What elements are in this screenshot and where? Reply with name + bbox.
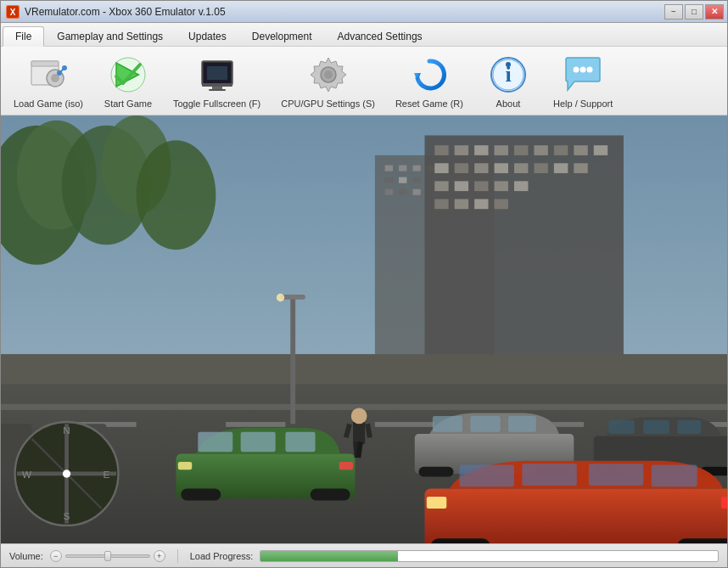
svg-rect-47 [574, 145, 587, 155]
svg-point-127 [63, 470, 70, 477]
svg-rect-58 [455, 181, 468, 191]
load-game-button[interactable]: Load Game (iso) [4, 50, 92, 115]
tab-advanced[interactable]: Advanced Settings [325, 25, 435, 46]
svg-rect-37 [399, 189, 406, 195]
svg-rect-53 [514, 163, 528, 173]
svg-rect-12 [202, 83, 232, 87]
volume-increase-button[interactable]: + [154, 550, 165, 562]
svg-text:S: S [64, 510, 70, 521]
fullscreen-icon [197, 54, 238, 95]
toolbar: Load Game (iso) Start Game [1, 47, 727, 115]
svg-rect-45 [534, 145, 547, 155]
start-game-label: Start Game [104, 98, 152, 109]
fullscreen-label: Toggle Fullscreen (F) [173, 98, 260, 109]
svg-rect-14 [209, 89, 226, 91]
window-title: VRemulator.com - Xbox 360 Emulator v.1.0… [25, 6, 226, 18]
svg-rect-101 [424, 489, 727, 543]
load-progress-label: Load Progress: [190, 551, 254, 561]
svg-rect-93 [470, 416, 500, 432]
about-icon: i [488, 54, 529, 95]
svg-point-24 [580, 67, 586, 73]
svg-rect-87 [178, 462, 192, 470]
svg-rect-36 [385, 189, 393, 195]
svg-rect-108 [427, 497, 446, 509]
volume-decrease-button[interactable]: − [50, 550, 62, 562]
reset-game-button[interactable]: Reset Game (R) [386, 50, 473, 115]
svg-rect-50 [455, 163, 468, 173]
menu-bar: File Gameplay and Settings Updates Devel… [1, 23, 727, 47]
svg-rect-48 [594, 145, 608, 155]
reset-icon [409, 54, 450, 95]
svg-rect-63 [455, 199, 468, 209]
svg-rect-85 [241, 432, 276, 452]
svg-rect-44 [514, 145, 528, 155]
svg-rect-34 [399, 177, 406, 183]
svg-rect-65 [495, 199, 508, 209]
svg-point-121 [277, 294, 284, 301]
volume-slider[interactable] [65, 554, 150, 558]
about-label: About [496, 98, 521, 109]
svg-rect-54 [534, 163, 547, 173]
svg-rect-64 [474, 199, 488, 209]
svg-rect-43 [495, 145, 508, 155]
cpu-gpu-settings-button[interactable]: CPU/GPU Settings (S) [272, 50, 384, 115]
svg-rect-84 [198, 432, 232, 452]
game-content: N E S W [1, 115, 727, 543]
svg-rect-33 [385, 177, 393, 183]
maximize-button[interactable]: □ [685, 4, 703, 20]
svg-rect-119 [290, 295, 295, 424]
svg-rect-105 [522, 464, 576, 486]
toggle-fullscreen-button[interactable]: Toggle Fullscreen (F) [164, 50, 270, 115]
svg-rect-99 [643, 420, 669, 434]
svg-rect-28 [385, 166, 393, 172]
svg-point-23 [574, 67, 580, 73]
settings-icon [308, 54, 349, 95]
help-support-button[interactable]: Help / Support [544, 50, 622, 115]
svg-text:E: E [104, 469, 110, 480]
svg-rect-107 [652, 464, 697, 486]
svg-point-72 [137, 140, 216, 250]
close-button[interactable]: ✕ [705, 4, 724, 20]
svg-point-25 [587, 67, 593, 73]
svg-rect-30 [412, 166, 420, 172]
load-progress-fill [260, 551, 398, 561]
tab-gameplay[interactable]: Gameplay and Settings [44, 25, 176, 46]
svg-rect-38 [412, 189, 420, 195]
main-window: X VRemulator.com - Xbox 360 Emulator v.1… [0, 0, 728, 568]
minimize-button[interactable]: − [664, 4, 683, 20]
svg-rect-61 [514, 181, 528, 191]
svg-rect-103 [677, 538, 727, 543]
start-game-button[interactable]: Start Game [94, 50, 162, 115]
volume-thumb [104, 551, 111, 561]
svg-rect-102 [431, 538, 490, 543]
svg-text:N: N [63, 425, 70, 436]
app-icon: X [6, 5, 20, 19]
svg-rect-59 [474, 181, 488, 191]
tab-development[interactable]: Development [239, 25, 325, 46]
about-button[interactable]: i About [474, 50, 542, 115]
svg-rect-62 [434, 199, 448, 209]
tab-updates[interactable]: Updates [176, 25, 239, 46]
svg-rect-104 [460, 464, 514, 486]
svg-rect-49 [434, 163, 448, 173]
svg-rect-55 [554, 163, 568, 173]
svg-rect-88 [339, 462, 353, 470]
svg-text:X: X [10, 8, 16, 17]
svg-rect-82 [181, 489, 221, 501]
status-divider [177, 549, 178, 563]
svg-text:W: W [22, 469, 32, 480]
svg-point-17 [324, 70, 333, 79]
load-game-label: Load Game (iso) [14, 98, 83, 109]
tab-file[interactable]: File [3, 26, 44, 47]
start-game-icon [108, 54, 148, 95]
svg-rect-41 [455, 145, 468, 155]
cpu-gpu-label: CPU/GPU Settings (S) [281, 98, 375, 109]
svg-rect-77 [226, 422, 285, 427]
svg-rect-109 [721, 497, 727, 509]
svg-rect-60 [495, 181, 508, 191]
load-game-icon [28, 54, 69, 95]
svg-rect-74 [1, 354, 727, 384]
svg-rect-100 [677, 420, 701, 434]
help-icon [563, 54, 603, 95]
game-scene: N E S W [1, 115, 727, 543]
